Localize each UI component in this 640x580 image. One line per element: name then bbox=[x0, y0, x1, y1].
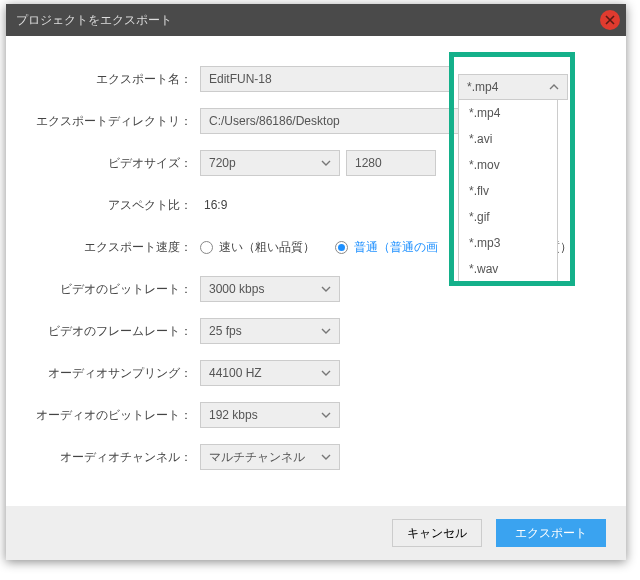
chevron-down-icon bbox=[321, 326, 331, 336]
audio-channel-select[interactable]: マルチチャンネル bbox=[200, 444, 340, 470]
video-bitrate-select[interactable]: 3000 kbps bbox=[200, 276, 340, 302]
chevron-down-icon bbox=[321, 452, 331, 462]
chevron-down-icon bbox=[321, 410, 331, 420]
label-a-bitrate: オーディオのビットレート： bbox=[20, 407, 200, 424]
label-export-dir: エクスポートディレクトリ： bbox=[20, 113, 200, 130]
export-button[interactable]: エクスポート bbox=[496, 519, 606, 547]
radio-normal[interactable] bbox=[335, 241, 348, 254]
format-dropdown-list: *.mp4*.avi*.mov*.flv*.gif*.mp3*.wav bbox=[458, 100, 558, 283]
label-export-name: エクスポート名： bbox=[20, 71, 200, 88]
video-width-input[interactable]: 1280 bbox=[346, 150, 436, 176]
audio-sampling-select[interactable]: 44100 HZ bbox=[200, 360, 340, 386]
close-button[interactable] bbox=[600, 10, 620, 30]
aspect-value: 16:9 bbox=[200, 198, 227, 212]
format-option[interactable]: *.flv bbox=[459, 178, 557, 204]
label-v-bitrate: ビデオのビットレート： bbox=[20, 281, 200, 298]
radio-normal-label-a: 普通（普通の画 bbox=[354, 239, 438, 256]
label-video-size: ビデオサイズ： bbox=[20, 155, 200, 172]
close-icon bbox=[605, 15, 615, 25]
format-option[interactable]: *.mp3 bbox=[459, 230, 557, 256]
radio-fast-label: 速い（粗い品質） bbox=[219, 239, 315, 256]
radio-fast[interactable] bbox=[200, 241, 213, 254]
window-title: プロジェクトをエクスポート bbox=[16, 12, 172, 29]
cancel-button[interactable]: キャンセル bbox=[392, 519, 482, 547]
chevron-up-icon bbox=[549, 82, 559, 92]
chevron-down-icon bbox=[321, 368, 331, 378]
label-aspect: アスペクト比： bbox=[20, 197, 200, 214]
format-option[interactable]: *.gif bbox=[459, 204, 557, 230]
format-option[interactable]: *.mov bbox=[459, 152, 557, 178]
label-speed: エクスポート速度： bbox=[20, 239, 200, 256]
audio-bitrate-select[interactable]: 192 kbps bbox=[200, 402, 340, 428]
export-dialog: プロジェクトをエクスポート エクスポート名： EditFUN-18 エクスポート… bbox=[6, 4, 626, 560]
chevron-down-icon bbox=[321, 158, 331, 168]
format-option[interactable]: *.wav bbox=[459, 256, 557, 282]
label-a-sampling: オーディオサンプリング： bbox=[20, 365, 200, 382]
chevron-down-icon bbox=[321, 284, 331, 294]
format-option[interactable]: *.avi bbox=[459, 126, 557, 152]
export-name-input[interactable]: EditFUN-18 bbox=[200, 66, 452, 92]
video-framerate-select[interactable]: 25 fps bbox=[200, 318, 340, 344]
format-select[interactable]: *.mp4 bbox=[458, 74, 568, 100]
titlebar: プロジェクトをエクスポート bbox=[6, 4, 626, 36]
video-size-select[interactable]: 720p bbox=[200, 150, 340, 176]
label-a-channel: オーディオチャンネル： bbox=[20, 449, 200, 466]
format-selected: *.mp4 bbox=[467, 80, 498, 94]
label-v-framerate: ビデオのフレームレート： bbox=[20, 323, 200, 340]
format-select-wrap: *.mp4 *.mp4*.avi*.mov*.flv*.gif*.mp3*.wa… bbox=[458, 74, 568, 100]
format-option[interactable]: *.mp4 bbox=[459, 100, 557, 126]
dialog-footer: キャンセル エクスポート bbox=[6, 506, 626, 560]
